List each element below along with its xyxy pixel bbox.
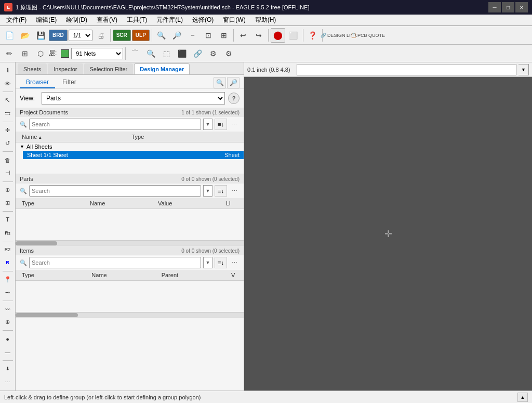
menu-library[interactable]: 元件库(L) bbox=[152, 15, 187, 25]
tree-item-all-sheets[interactable]: ▼ All Sheets bbox=[16, 142, 244, 151]
open-file-button[interactable]: 📂 bbox=[18, 28, 32, 43]
browser-zoom-button[interactable]: 🔎 bbox=[227, 77, 240, 88]
menu-help[interactable]: 帮助(H) bbox=[251, 15, 281, 25]
layer-combo[interactable]: 91 Nets bbox=[71, 48, 123, 59]
canvas-dropdown[interactable]: ▼ bbox=[518, 64, 529, 75]
filter-button[interactable]: ⬡ bbox=[33, 46, 48, 61]
save-file-button[interactable]: 💾 bbox=[33, 28, 48, 43]
items-scrollbar[interactable] bbox=[16, 312, 244, 317]
items-search-input[interactable] bbox=[29, 257, 201, 268]
brd-tag[interactable]: BRD bbox=[49, 30, 68, 41]
view-help-button[interactable]: ? bbox=[228, 93, 240, 104]
ulp-tag[interactable]: ULP bbox=[132, 30, 150, 41]
pin-button[interactable]: 📍 bbox=[2, 274, 14, 285]
pcb-quote-button[interactable]: 📋 PCB QUOTE bbox=[354, 28, 382, 43]
status-up-button[interactable]: ▲ bbox=[517, 393, 528, 402]
view-row: View: Parts Nets Buses Components ? bbox=[16, 89, 244, 108]
text-button[interactable]: T bbox=[2, 214, 14, 226]
delete-button[interactable]: 🗑 bbox=[2, 154, 14, 166]
list-btn-items[interactable]: ≡↓ bbox=[215, 257, 227, 268]
mirror-button[interactable]: ⮀ bbox=[2, 108, 14, 120]
minimize-button[interactable]: ─ bbox=[488, 2, 501, 12]
settings2-button[interactable]: ⚙ bbox=[221, 46, 236, 61]
add-part2-button[interactable]: ⊞ bbox=[2, 197, 14, 209]
redo-button[interactable]: ↪ bbox=[251, 28, 266, 43]
menu-select[interactable]: 选择(O) bbox=[188, 15, 218, 25]
search-arrow-parts[interactable]: ▼ bbox=[203, 185, 212, 197]
undo-button[interactable]: ↩ bbox=[236, 28, 250, 43]
list-btn-docs[interactable]: ≡↓ bbox=[215, 119, 227, 130]
more-btn-parts[interactable]: ⋯ bbox=[229, 185, 240, 197]
browser-tab-browser[interactable]: Browser bbox=[20, 77, 55, 88]
search-arrow-docs[interactable]: ▼ bbox=[203, 119, 212, 130]
parts-search-input[interactable] bbox=[29, 185, 201, 197]
line-button[interactable]: — bbox=[2, 346, 14, 358]
resistor-button[interactable]: R2 bbox=[2, 243, 14, 255]
zoom-minus-button[interactable]: － bbox=[185, 28, 200, 43]
tab-inspector[interactable]: Inspector bbox=[48, 63, 83, 74]
coord-display: 0.1 inch (0.8 4.8) bbox=[247, 67, 290, 73]
menu-draw[interactable]: 绘制(D) bbox=[62, 15, 91, 25]
maximize-button[interactable]: □ bbox=[502, 2, 514, 12]
menu-edit[interactable]: 编辑(E) bbox=[32, 15, 61, 25]
design-link-button[interactable]: 🔗 DESIGN LINK bbox=[325, 28, 353, 43]
toolbar-separator-2 bbox=[152, 29, 152, 42]
browser-tab-icons: 🔍 🔎 bbox=[214, 77, 240, 88]
sheet-selector[interactable]: 1/1 bbox=[69, 30, 92, 41]
tree-item-sheet1[interactable]: Sheet 1/1 Sheet Sheet bbox=[23, 151, 244, 159]
group2-button[interactable]: ⬛ bbox=[175, 46, 189, 61]
list-btn-parts[interactable]: ≡↓ bbox=[215, 185, 227, 197]
print-button[interactable]: 🖨 bbox=[94, 28, 108, 43]
more-btn-items[interactable]: ⋯ bbox=[229, 257, 240, 268]
parts-scrollbar[interactable] bbox=[16, 240, 244, 245]
zoom-out-button[interactable]: 🔎 bbox=[170, 28, 184, 43]
res2-button[interactable]: R bbox=[2, 256, 14, 268]
label-button[interactable]: R₂ bbox=[2, 227, 14, 239]
stop-button[interactable]: ⬤ bbox=[271, 28, 285, 43]
add-part-button[interactable]: ⊕ bbox=[2, 184, 14, 196]
junction-button[interactable]: ● bbox=[2, 333, 14, 345]
settings-button[interactable]: ⚙ bbox=[206, 46, 220, 61]
scr-tag[interactable]: SCR bbox=[113, 30, 131, 41]
tab-design-manager[interactable]: Design Manager bbox=[134, 63, 190, 74]
arc-button[interactable]: ⌒ bbox=[128, 46, 142, 61]
project-docs-search-input[interactable] bbox=[29, 119, 201, 130]
move-button[interactable]: ✛ bbox=[2, 124, 14, 136]
zoom-area-button[interactable]: 🔍 bbox=[143, 46, 158, 61]
menu-tools[interactable]: 工具(T) bbox=[123, 15, 151, 25]
status-right: ▲ bbox=[517, 393, 528, 402]
zoom-fit-button[interactable]: ⊡ bbox=[201, 28, 216, 43]
browser-tab-filter[interactable]: Filter bbox=[56, 77, 83, 88]
rotate-button[interactable]: ↺ bbox=[2, 137, 14, 149]
zoom-in-button[interactable]: 🔍 bbox=[154, 28, 169, 43]
menu-file[interactable]: 文件(F) bbox=[2, 15, 31, 25]
draw-mode-button[interactable]: ✏ bbox=[2, 46, 17, 61]
wire-button[interactable]: 〰 bbox=[2, 303, 14, 315]
view-combo[interactable]: Parts Nets Buses Components bbox=[42, 92, 225, 105]
cursor-button[interactable]: ↖ bbox=[2, 94, 14, 106]
new-file-button[interactable]: 📄 bbox=[2, 28, 17, 43]
grid-button[interactable]: ⊞ bbox=[18, 46, 32, 61]
tab-sheets[interactable]: Sheets bbox=[18, 63, 47, 74]
expand-button[interactable]: ⋯ bbox=[2, 376, 14, 388]
tab-selection-filter[interactable]: Selection Filter bbox=[84, 63, 134, 74]
net-draw-button[interactable]: ⊕ bbox=[2, 316, 14, 328]
more-btn-docs[interactable]: ⋯ bbox=[229, 119, 240, 130]
value-button[interactable]: ⬇ bbox=[2, 363, 14, 375]
canvas-viewport[interactable]: ✛ bbox=[244, 77, 532, 391]
forward-button[interactable]: ⬜ bbox=[286, 28, 301, 43]
group-button[interactable]: ⬚ bbox=[159, 46, 174, 61]
net-button[interactable]: 🔗 bbox=[190, 46, 205, 61]
pin2-button[interactable]: ⊸ bbox=[2, 287, 14, 298]
menu-window[interactable]: 窗口(W) bbox=[219, 15, 249, 25]
browser-search-button[interactable]: 🔍 bbox=[214, 77, 226, 88]
close-button[interactable]: ✕ bbox=[515, 2, 528, 12]
canvas-command-input[interactable] bbox=[297, 64, 516, 75]
split-button[interactable]: ⊣ bbox=[2, 167, 14, 179]
help-button[interactable]: ❓ bbox=[305, 28, 320, 43]
menu-view[interactable]: 查看(V) bbox=[92, 15, 122, 25]
eye-button[interactable]: 👁 bbox=[2, 77, 14, 89]
zoom-sel-button[interactable]: ⊞ bbox=[217, 28, 231, 43]
info-button[interactable]: ℹ bbox=[2, 64, 14, 76]
search-arrow-items[interactable]: ▼ bbox=[203, 257, 212, 268]
